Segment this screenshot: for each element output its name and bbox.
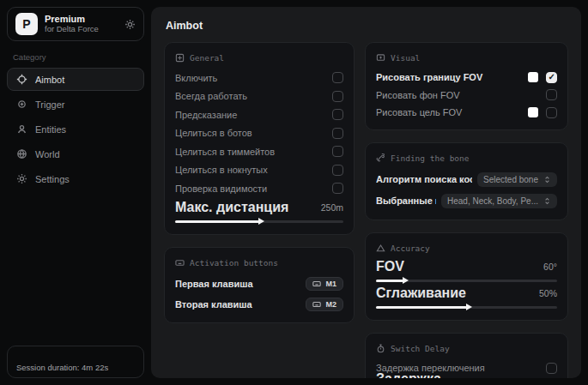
panel-title: Finding the bone xyxy=(391,153,470,163)
sidebar-nav: Aimbot Trigger Entities xyxy=(7,68,144,190)
toggle-row: Включить xyxy=(175,69,343,87)
grid-crosshair-icon xyxy=(175,53,185,63)
slider-thumb[interactable] xyxy=(258,218,264,225)
slider-thumb[interactable] xyxy=(466,304,472,310)
slider-label: FOV xyxy=(376,259,404,274)
gear-icon[interactable] xyxy=(124,19,136,30)
sidebar-item-world[interactable]: World xyxy=(7,142,144,165)
keyboard-icon xyxy=(312,280,321,288)
slider-label: Сглаживание xyxy=(376,286,466,301)
panel-finding-bone: Finding the bone Алгоритм поиска костей … xyxy=(365,142,568,220)
toggle-row: Всегда работать xyxy=(175,87,343,106)
toggle-label: Предсказание xyxy=(175,110,237,120)
toggle-row: Целиться в нокнутых xyxy=(175,161,343,180)
main-card: Aimbot General Включить xyxy=(151,7,581,378)
toggle-row: Целиться в тиммейтов xyxy=(175,142,343,161)
keybind-button[interactable]: M2 xyxy=(306,298,343,311)
checkbox[interactable] xyxy=(332,91,343,102)
brand-name: Premium xyxy=(45,14,118,25)
checkbox[interactable] xyxy=(546,89,557,100)
toggle-label: Целиться в нокнутых xyxy=(175,165,268,175)
toggle-row: Целиться в ботов xyxy=(175,124,343,143)
right-column: Visual Рисовать границу FOV Рисовать фон… xyxy=(365,42,568,378)
toggle-label: Целиться в тиммейтов xyxy=(175,147,275,157)
sidebar-item-trigger[interactable]: Trigger xyxy=(7,93,144,116)
brand-box: P Premium for Delta Force xyxy=(7,7,144,41)
select-value: Head, Neck, Body, Pe... xyxy=(447,196,538,206)
max-distance-slider[interactable] xyxy=(175,220,343,223)
toggle-label: Целиться в ботов xyxy=(175,128,252,138)
sidebar-item-label: World xyxy=(35,149,60,159)
smoothing-slider[interactable] xyxy=(376,306,557,309)
selected-bones-select[interactable]: Head, Neck, Body, Pe... xyxy=(441,194,557,208)
toggle-label: Проверка видимости xyxy=(175,183,267,194)
panel-title: Activation buttons xyxy=(190,258,278,268)
fov-slider-block: FOV 60° xyxy=(376,259,557,282)
toggle-label: Всегда работать xyxy=(175,91,247,101)
checkbox[interactable] xyxy=(332,72,343,83)
sidebar-item-settings[interactable]: Settings xyxy=(7,167,144,190)
bone-label: Выбранные кости xyxy=(376,196,436,206)
toggle-row: Проверка видимости xyxy=(175,179,343,198)
slider-value: 1000 ms xyxy=(530,376,557,378)
toggle-row: Предсказание xyxy=(175,105,343,124)
brand-subtitle: for Delta Force xyxy=(45,25,118,34)
sidebar-item-entities[interactable]: Entities xyxy=(7,117,144,141)
visual-icon xyxy=(376,53,385,63)
checkbox[interactable] xyxy=(332,128,343,139)
sidebar-item-label: Entities xyxy=(35,124,66,135)
sidebar-item-label: Settings xyxy=(35,174,70,184)
category-label: Category xyxy=(13,52,144,62)
keybind-value: M1 xyxy=(325,280,336,288)
panel-title: Accuracy xyxy=(391,244,430,253)
sidebar-item-aimbot[interactable]: Aimbot xyxy=(7,68,144,91)
keyboard-icon xyxy=(312,300,321,309)
slider-label: Задержка переключения (мс) xyxy=(376,371,530,378)
slider-value: 60° xyxy=(543,262,557,272)
bone-row: Выбранные кости Head, Neck, Body, Pe... xyxy=(376,190,557,212)
sidebar-item-label: Aimbot xyxy=(35,75,64,85)
triangle-icon xyxy=(376,244,385,253)
checkbox[interactable] xyxy=(546,72,557,83)
checkbox[interactable] xyxy=(332,183,343,194)
chevron-updown-icon xyxy=(543,176,551,183)
panel-title: General xyxy=(190,53,224,63)
crosshair-icon xyxy=(16,74,27,85)
visual-row: Рисовать цель FOV xyxy=(376,104,557,122)
keybind-value: M2 xyxy=(325,300,336,309)
settings-gear-icon xyxy=(16,173,27,184)
checkbox[interactable] xyxy=(332,165,343,176)
left-column: General Включить Всегда работать Предска… xyxy=(164,42,355,378)
chevron-updown-icon xyxy=(543,197,551,205)
bone-row: Алгоритм поиска костей Selected bone xyxy=(376,169,557,190)
bone-algorithm-select[interactable]: Selected bone xyxy=(477,172,557,187)
checkbox[interactable] xyxy=(546,107,557,118)
keyboard-icon xyxy=(175,258,185,268)
slider-thumb[interactable] xyxy=(403,277,409,284)
panel-title: Switch Delay xyxy=(391,344,450,353)
keybind-row: Первая клавиша M1 xyxy=(175,274,343,294)
fov-slider[interactable] xyxy=(376,280,557,282)
app-window: P Premium for Delta Force Category Aimbo… xyxy=(0,0,588,385)
keybind-button[interactable]: M1 xyxy=(306,277,343,291)
keybind-label: Первая клавиша xyxy=(175,279,253,289)
stopwatch-icon xyxy=(376,344,385,353)
visual-label: Рисовать цель FOV xyxy=(376,107,462,117)
globe-icon xyxy=(16,148,27,159)
panel-visual: Visual Рисовать границу FOV Рисовать фон… xyxy=(365,42,568,130)
visual-label: Рисовать границу FOV xyxy=(376,72,482,82)
checkbox[interactable] xyxy=(332,109,343,120)
sidebar-item-label: Trigger xyxy=(35,99,64,110)
slider-value: 250m xyxy=(321,202,343,213)
color-swatch[interactable] xyxy=(528,107,538,117)
color-swatch[interactable] xyxy=(528,72,538,82)
checkbox[interactable] xyxy=(332,146,343,157)
page-title: Aimbot xyxy=(166,20,568,32)
checkbox[interactable] xyxy=(546,363,557,374)
trigger-icon xyxy=(16,99,27,110)
panel-switch-delay: Switch Delay Задержка переключения Задер… xyxy=(365,333,568,379)
smoothing-slider-block: Сглаживание 50% xyxy=(376,286,557,309)
panel-accuracy: Accuracy FOV 60° Сглаживание xyxy=(365,232,568,321)
panel-general: General Включить Всегда работать Предска… xyxy=(164,42,355,235)
bone-label: Алгоритм поиска костей xyxy=(376,174,472,184)
